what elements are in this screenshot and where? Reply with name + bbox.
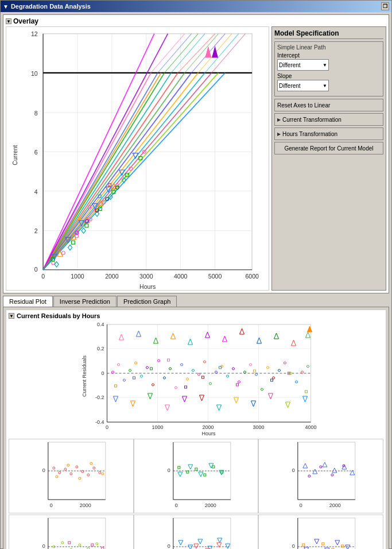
svg-rect-292 <box>298 518 355 549</box>
svg-text:Hours: Hours <box>201 431 216 436</box>
svg-text:0: 0 <box>292 467 295 473</box>
hours-transform-button[interactable]: ▶ Hours Transformation <box>274 127 383 140</box>
small-chart-1: 0 0 2000 <box>9 439 134 513</box>
residuals-section: ▼ Current Residuals by Hours <box>6 310 386 549</box>
residuals-triangle[interactable]: ▼ <box>9 313 14 319</box>
residuals-chart-svg: 0.4 0.2 0 -0.2 -0.4 0 1000 2000 3000 400… <box>9 322 383 436</box>
svg-text:0: 0 <box>167 467 170 473</box>
svg-text:0.2: 0.2 <box>97 346 104 351</box>
svg-text:4: 4 <box>34 188 38 195</box>
svg-text:0: 0 <box>300 502 302 508</box>
small-charts-row-2: 0 0 2000 <box>9 515 383 549</box>
model-spec-title: Model Specification <box>274 29 383 39</box>
overlay-triangle[interactable]: ▼ <box>6 18 11 24</box>
svg-text:0: 0 <box>42 467 45 473</box>
overlay-section: ▼ Overlay <box>3 14 389 293</box>
small-chart-3-svg: 0 0 2000 <box>259 439 383 514</box>
small-chart-3: 0 0 2000 <box>258 439 383 513</box>
svg-text:4000: 4000 <box>174 273 188 280</box>
svg-text:0: 0 <box>50 502 53 508</box>
overlay-title: Overlay <box>13 17 38 25</box>
svg-text:12: 12 <box>31 30 38 37</box>
svg-text:0: 0 <box>41 273 45 280</box>
small-chart-5-svg: 0 0 2000 <box>134 515 258 549</box>
svg-text:0: 0 <box>292 543 295 549</box>
svg-text:0: 0 <box>167 543 170 549</box>
main-chart-svg: 0 2 4 6 8 10 12 0 1000 2000 3000 <box>6 27 269 290</box>
svg-text:2000: 2000 <box>80 502 91 508</box>
svg-text:-0.2: -0.2 <box>95 395 104 400</box>
intercept-dropdown-arrow: ▼ <box>323 63 327 68</box>
main-window: ▼ Degradation Data Analysis ❐ ▼ Overlay <box>0 0 392 549</box>
small-charts-row: 0 0 2000 <box>9 439 383 513</box>
current-transform-label: Current Transformation <box>282 117 341 123</box>
svg-text:-0.4: -0.4 <box>95 419 104 425</box>
svg-text:0.4: 0.4 <box>97 322 104 327</box>
restore-button[interactable]: ❐ <box>381 2 389 10</box>
simple-linear-group: Simple Linear Path Intercept Different ▼… <box>274 41 383 96</box>
svg-text:0: 0 <box>34 266 38 273</box>
svg-text:Current: Current <box>11 145 18 165</box>
current-transform-button[interactable]: ▶ Current Transformation <box>274 113 383 126</box>
svg-text:10: 10 <box>31 70 38 77</box>
small-chart-5: 0 0 2000 <box>134 515 259 549</box>
generate-report-button[interactable]: Generate Report for Current Model <box>274 142 383 154</box>
svg-rect-275 <box>173 518 231 549</box>
small-chart-6: 0 0 2000 <box>258 515 383 549</box>
svg-text:2000: 2000 <box>202 424 214 430</box>
top-row: 0 2 4 6 8 10 12 0 1000 2000 3000 <box>6 26 386 291</box>
svg-text:0: 0 <box>106 424 108 430</box>
svg-text:2000: 2000 <box>105 273 119 280</box>
simple-linear-label: Simple Linear Path <box>277 44 381 51</box>
intercept-dropdown[interactable]: Different ▼ <box>277 59 329 71</box>
svg-text:0: 0 <box>42 543 45 549</box>
svg-rect-256 <box>48 518 106 549</box>
slope-label: Slope <box>277 73 381 79</box>
small-chart-1-svg: 0 0 2000 <box>9 439 133 514</box>
reset-axes-label: Reset Axes to Linear <box>277 102 330 109</box>
tab-residual-plot[interactable]: Residual Plot <box>3 296 53 307</box>
overlay-panel: 0 2 4 6 8 10 12 0 1000 2000 3000 <box>6 26 269 291</box>
reset-axes-button[interactable]: Reset Axes to Linear <box>274 99 383 111</box>
svg-text:6: 6 <box>34 149 38 156</box>
window-icon: ▼ <box>3 3 9 10</box>
small-chart-6-svg: 0 0 2000 <box>259 515 383 549</box>
intercept-label: Intercept <box>277 52 381 59</box>
svg-text:0: 0 <box>101 370 104 376</box>
small-chart-2-svg: 0 0 2000 <box>134 439 258 514</box>
hours-transform-arrow: ▶ <box>277 132 281 137</box>
tab-prediction-graph[interactable]: Prediction Graph <box>117 296 177 307</box>
svg-text:1000: 1000 <box>152 424 163 430</box>
tabs-row: Residual Plot Inverse Prediction Predict… <box>3 296 389 307</box>
bottom-section: Residual Plot Inverse Prediction Predict… <box>3 296 389 549</box>
tab-content: ▼ Current Residuals by Hours <box>3 307 389 549</box>
svg-text:8: 8 <box>34 110 38 117</box>
svg-text:1000: 1000 <box>71 273 84 280</box>
residuals-title: ▼ Current Residuals by Hours <box>9 312 383 319</box>
hours-transform-label: Hours Transformation <box>282 131 337 137</box>
window-title: Degradation Data Analysis <box>11 3 91 10</box>
svg-text:3000: 3000 <box>139 273 153 280</box>
small-chart-4: 0 0 2000 <box>9 515 134 549</box>
title-bar: ▼ Degradation Data Analysis ❐ <box>1 1 391 12</box>
svg-text:2: 2 <box>34 227 38 234</box>
svg-text:6000: 6000 <box>245 273 259 280</box>
small-chart-2: 0 0 2000 <box>134 439 259 513</box>
svg-text:Hours: Hours <box>139 283 156 290</box>
overlay-header: ▼ Overlay <box>6 17 386 25</box>
svg-text:Current Residuals: Current Residuals <box>81 355 87 397</box>
main-chart-area: 0 2 4 6 8 10 12 0 1000 2000 3000 <box>6 26 269 291</box>
svg-text:0: 0 <box>175 502 178 508</box>
svg-text:5000: 5000 <box>208 273 222 280</box>
svg-text:4000: 4000 <box>305 424 316 430</box>
slope-dropdown-arrow: ▼ <box>323 83 327 88</box>
model-spec-panel: Model Specification Simple Linear Path I… <box>271 26 386 291</box>
current-transform-arrow: ▶ <box>277 117 281 122</box>
generate-report-label: Generate Report for Current Model <box>284 145 373 152</box>
svg-text:3000: 3000 <box>253 424 264 430</box>
slope-dropdown[interactable]: Different ▼ <box>277 80 329 91</box>
tab-inverse-prediction[interactable]: Inverse Prediction <box>53 296 117 307</box>
svg-text:2000: 2000 <box>205 502 216 508</box>
main-content: ▼ Overlay <box>1 12 391 548</box>
svg-text:2000: 2000 <box>329 502 341 508</box>
